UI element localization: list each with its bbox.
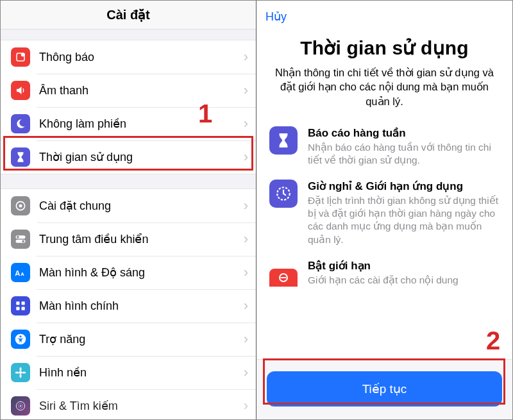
row-display[interactable]: AA Màn hình & Độ sáng › [1,256,256,289]
screen-time-intro-pane: Hủy Thời gian sử dụng Nhận thông tin chi… [256,1,512,419]
page-title: Thời gian sử dụng [256,37,512,59]
chevron-right-icon: › [244,298,248,314]
feature-title: Bật giới hạn [308,259,458,273]
chevron-right-icon: › [244,398,248,414]
feature-title: Giờ nghỉ & Giới hạn ứng dụng [308,180,500,193]
hourglass-icon [269,126,298,155]
settings-title: Cài đặt [1,1,256,29]
chevron-right-icon: › [244,49,248,65]
svg-point-3 [19,205,22,208]
feature-list: Báo cáo hàng tuần Nhận báo cáo hàng tuần… [256,126,512,287]
feature-desc: Đặt lịch trình thời gian không sử dụng t… [308,194,500,246]
svg-text:A: A [21,271,24,277]
notification-icon [11,47,30,67]
annotation-number-2: 2 [486,326,500,355]
clock-icon [269,180,298,208]
svg-point-23 [20,405,22,407]
feature-title: Báo cáo hàng tuần [308,126,500,140]
svg-point-7 [22,240,24,243]
svg-point-18 [20,374,22,378]
cancel-button[interactable]: Hủy [265,7,287,26]
svg-point-17 [20,367,22,371]
svg-rect-12 [16,307,19,310]
continue-button[interactable]: Tiếp tục [267,371,502,407]
accessibility-icon [11,330,30,349]
svg-point-16 [19,371,22,374]
sound-icon [11,81,30,100]
row-dnd[interactable]: Không làm phiền › [1,107,256,140]
row-wallpaper[interactable]: Hình nền › [1,356,256,389]
chevron-right-icon: › [244,82,248,99]
toggles-icon [11,230,30,249]
chevron-right-icon: › [244,264,248,281]
settings-group-1: Thông báo › Âm thanh › Không làm phiền › [1,40,256,174]
row-accessibility[interactable]: Trợ năng › [1,323,256,356]
svg-point-20 [22,372,26,374]
siri-icon [11,396,30,416]
chevron-right-icon: › [244,197,248,214]
svg-point-6 [17,236,19,239]
row-general[interactable]: Cài đặt chung › [1,189,256,223]
moon-icon [11,114,30,133]
feature-desc: Nhận báo cáo hàng tuần với thông tin chi… [308,141,500,167]
svg-point-19 [15,372,19,374]
chevron-right-icon: › [244,115,248,132]
row-notifications[interactable]: Thông báo › [1,40,256,74]
text-size-icon: AA [11,263,30,282]
svg-point-15 [19,335,21,337]
chevron-right-icon: › [244,231,248,248]
restrict-icon [269,269,298,287]
settings-group-2: Cài đặt chung › Trung tâm điều khiển › A… [1,189,256,419]
flower-icon [11,363,30,382]
chevron-right-icon: › [244,331,248,348]
row-sound[interactable]: Âm thanh › [1,74,256,107]
svg-text:A: A [15,269,20,277]
feature-desc: Giới hạn các cài đặt cho nội dung [308,274,458,287]
page-subtitle: Nhận thông tin chi tiết về thời gian sử … [256,59,512,108]
row-control-center[interactable]: Trung tâm điều khiển › [1,223,256,256]
settings-pane: Cài đặt Thông báo › Âm thanh › K [1,1,256,419]
bottom-bar: Tiếp tục [256,359,512,419]
svg-rect-10 [16,301,19,305]
chevron-right-icon: › [244,364,248,381]
feature-downtime-limits: Giờ nghỉ & Giới hạn ứng dụng Đặt lịch tr… [269,180,500,246]
row-siri[interactable]: Siri & Tìm kiếm › [1,389,256,419]
hourglass-icon [11,147,30,167]
svg-point-1 [21,53,25,56]
gear-icon [11,196,30,215]
svg-rect-13 [22,307,25,310]
grid-icon [11,296,30,315]
svg-rect-11 [22,301,25,305]
feature-weekly-report: Báo cáo hàng tuần Nhận báo cáo hàng tuần… [269,126,500,167]
chevron-right-icon: › [244,149,248,165]
feature-restrictions: Bật giới hạn Giới hạn các cài đặt cho nộ… [269,259,500,287]
row-screen-time[interactable]: Thời gian sử dụng › [1,140,256,174]
row-home-screen[interactable]: Màn hình chính › [1,289,256,323]
